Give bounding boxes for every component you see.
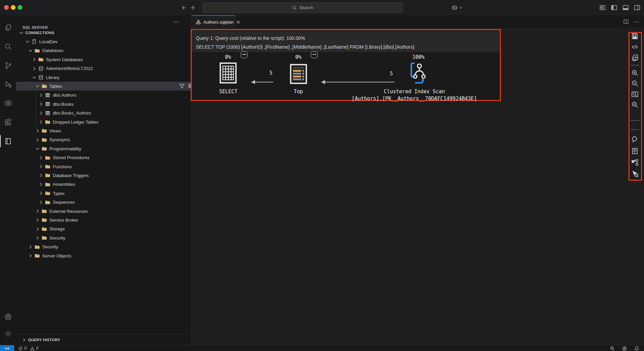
tree-item-dropped-ledger-tables[interactable]: Dropped Ledger Tables <box>16 118 213 126</box>
tree-item-synonyms[interactable]: Synonyms <box>16 135 210 144</box>
traffic-light-minimize[interactable] <box>11 5 16 10</box>
zoom-to-fit-icon[interactable] <box>631 91 639 98</box>
chevron-right-icon[interactable] <box>35 137 40 143</box>
customize-layout-icon[interactable] <box>599 4 606 11</box>
tree-item-library[interactable]: Library <box>16 73 207 82</box>
notifications-bell-icon[interactable] <box>634 346 639 351</box>
chevron-right-icon[interactable] <box>35 226 40 232</box>
navigate-forward-icon[interactable] <box>190 4 197 11</box>
chevron-down-icon[interactable] <box>35 83 40 89</box>
more-actions-icon[interactable]: ⋯ <box>634 18 639 25</box>
chevron-right-icon[interactable] <box>38 173 44 178</box>
top-operator-icon[interactable] <box>290 64 307 84</box>
toggle-secondary-sidebar-icon[interactable] <box>634 4 640 11</box>
tree-item-adventureworkslt2022[interactable]: AdventureWorksLT2022 <box>16 64 207 73</box>
chevron-right-icon[interactable] <box>38 110 44 116</box>
chevron-right-icon[interactable] <box>31 66 37 71</box>
tree-item-views[interactable]: Views <box>16 126 210 135</box>
search-icon[interactable] <box>0 39 16 54</box>
accounts-icon[interactable] <box>0 309 16 325</box>
chevron-right-icon[interactable] <box>38 93 44 98</box>
copilot-menu-button[interactable] <box>451 4 463 11</box>
collapse-top-button[interactable] <box>311 51 318 58</box>
account-status-icon[interactable] <box>622 346 627 351</box>
chevron-right-icon[interactable] <box>38 155 44 160</box>
extensions-icon[interactable] <box>0 115 16 130</box>
tree-item-databases[interactable]: Databases <box>16 46 203 55</box>
chevron-down-icon[interactable] <box>25 39 30 44</box>
zoom-out-icon[interactable] <box>631 80 639 87</box>
split-editor-icon[interactable] <box>623 19 629 24</box>
collapse-select-button[interactable] <box>241 51 248 58</box>
tree-item-programmability[interactable]: Programmability <box>16 144 210 153</box>
filter-icon[interactable] <box>179 83 185 89</box>
search-input[interactable]: Search <box>203 2 403 13</box>
traffic-light-zoom[interactable] <box>18 5 22 10</box>
toggle-panel-icon[interactable] <box>622 4 629 11</box>
save-plan-icon[interactable] <box>631 32 639 40</box>
chevron-down-icon[interactable] <box>35 146 40 151</box>
chevron-right-icon[interactable] <box>38 101 44 107</box>
tree-item-dbo-authors[interactable]: dbo.Authors <box>16 91 213 100</box>
task-history-icon[interactable] <box>0 96 16 111</box>
chevron-right-icon[interactable] <box>38 119 44 125</box>
zoom-status-icon[interactable] <box>610 346 615 351</box>
navigate-back-icon[interactable] <box>180 4 187 11</box>
chevron-down-icon[interactable] <box>19 30 24 35</box>
tree-item-system-databases[interactable]: System Databases <box>16 55 207 64</box>
chevron-down-icon[interactable] <box>28 48 33 53</box>
tree-item-functions[interactable]: Functions <box>16 162 213 171</box>
source-control-icon[interactable] <box>0 58 16 73</box>
find-node-icon[interactable] <box>631 136 639 143</box>
query-history-panel[interactable]: QUERY HISTORY <box>16 334 191 345</box>
tree-item-sequences[interactable]: Sequences <box>16 198 213 207</box>
compare-plan-icon[interactable] <box>631 159 639 166</box>
properties-icon[interactable] <box>631 147 639 155</box>
chevron-right-icon[interactable] <box>38 191 44 196</box>
remote-indicator[interactable]: >< <box>0 345 14 351</box>
open-query-icon[interactable] <box>631 54 639 61</box>
open-plan-xml-icon[interactable] <box>631 43 639 51</box>
chevron-right-icon[interactable] <box>28 253 33 258</box>
notebooks-icon[interactable] <box>0 133 16 149</box>
sidebar-more-actions-icon[interactable]: ⋯ <box>173 18 180 26</box>
tree-item-localdev[interactable]: LocalDev <box>16 37 200 46</box>
tree-item-server-objects[interactable]: Server Objects <box>16 251 203 260</box>
tree-item-dbo-books[interactable]: dbo.Books <box>16 100 213 108</box>
tree-item-assemblies[interactable]: Assemblies <box>16 180 213 189</box>
chevron-right-icon[interactable] <box>38 182 44 187</box>
tree-item-dbo-books-authors[interactable]: dbo.Books_Authors <box>16 109 213 118</box>
tree-item-storage[interactable]: Storage <box>16 225 210 233</box>
tree-item-security[interactable]: Security <box>16 233 210 242</box>
chevron-right-icon[interactable] <box>35 128 40 133</box>
close-icon[interactable]: ✕ <box>236 20 240 25</box>
tree-item-stored-procedures[interactable]: Stored Procedures <box>16 153 213 162</box>
chevron-right-icon[interactable] <box>38 164 44 169</box>
toggle-primary-sidebar-icon[interactable] <box>611 4 617 11</box>
chevron-right-icon[interactable] <box>38 200 44 205</box>
tree-item-tables[interactable]: Tables <box>16 82 210 91</box>
chevron-right-icon[interactable] <box>35 217 40 223</box>
select-operator-icon[interactable] <box>220 62 237 84</box>
tree-item-service-broker[interactable]: Service Broker <box>16 216 210 224</box>
actual-plan-icon[interactable] <box>631 170 639 177</box>
chevron-right-icon[interactable] <box>31 57 37 62</box>
clustered-index-scan-icon[interactable] <box>410 61 427 85</box>
chevron-right-icon[interactable] <box>28 244 33 250</box>
chevron-right-icon[interactable] <box>35 235 40 241</box>
tree-item-connections[interactable]: CONNECTIONS <box>16 28 194 37</box>
tree-item-database-triggers[interactable]: Database Triggers <box>16 171 213 180</box>
problems-status[interactable]: 0 0 <box>18 345 38 351</box>
tab-authors-sqlplan[interactable]: Authors.sqlplan ✕ <box>191 15 235 28</box>
traffic-light-close[interactable] <box>4 5 9 10</box>
tree-item-types[interactable]: Types <box>16 189 213 198</box>
chevron-right-icon[interactable] <box>35 208 40 214</box>
settings-icon[interactable] <box>0 326 16 342</box>
zoom-in-icon[interactable] <box>631 69 639 77</box>
tree-item-security-server[interactable]: Security <box>16 243 203 251</box>
connections-icon[interactable] <box>0 20 16 35</box>
chevron-down-icon[interactable] <box>31 75 37 80</box>
custom-zoom-icon[interactable] <box>631 101 639 108</box>
tree-item-external-resources[interactable]: External Resources <box>16 207 210 216</box>
run-and-debug-icon[interactable] <box>0 77 16 92</box>
